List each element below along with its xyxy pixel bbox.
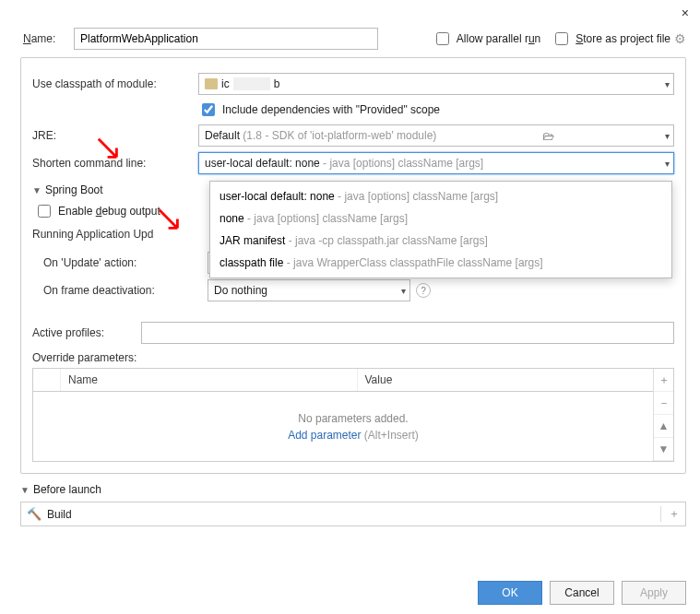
col-name[interactable]: Name — [61, 369, 358, 391]
module-icon — [205, 78, 218, 89]
collapse-icon: ▼ — [32, 185, 42, 195]
include-deps-checkbox[interactable]: Include dependencies with "Provided" sco… — [198, 100, 440, 119]
name-label: Name: — [23, 32, 74, 45]
jre-combo[interactable]: Default (1.8 - SDK of 'iot-platform-web'… — [198, 124, 674, 147]
gear-icon[interactable]: ⚙ — [674, 31, 686, 46]
hammer-icon: 🔨 — [27, 507, 42, 521]
chevron-down-icon: ▾ — [401, 286, 406, 296]
on-update-label: On 'Update' action: — [32, 256, 208, 269]
build-item: Build — [47, 508, 72, 521]
collapse-icon: ▼ — [20, 485, 30, 495]
name-input[interactable] — [74, 28, 378, 50]
browse-icon[interactable]: 🗁 — [542, 129, 554, 143]
dropdown-option[interactable]: none - java [options] className [args] — [210, 207, 671, 230]
col-value[interactable]: Value — [358, 369, 654, 391]
dropdown-option[interactable]: classpath file - java WrapperClass class… — [210, 252, 671, 274]
no-params-text: No parameters added. — [298, 412, 408, 425]
classpath-combo[interactable]: icb ▾ — [198, 73, 674, 95]
shorten-cmd-combo[interactable]: user-local default: none - java [options… — [198, 152, 674, 174]
chevron-down-icon: ▾ — [665, 131, 670, 141]
add-param-link[interactable]: Add parameter — [288, 429, 361, 442]
shorten-dropdown[interactable]: user-local default: none - java [options… — [209, 181, 672, 278]
store-project-checkbox[interactable]: Store as project file — [552, 30, 670, 48]
apply-button: Apply — [622, 581, 686, 605]
enable-debug-checkbox[interactable]: Enable debug output — [34, 202, 160, 220]
override-params-table: Name Value No parameters added. Add para… — [32, 368, 674, 462]
active-profiles-label: Active profiles: — [32, 326, 141, 339]
on-frame-label: On frame deactivation: — [32, 284, 208, 297]
allow-parallel-checkbox[interactable]: Allow parallel run — [433, 30, 540, 48]
chevron-down-icon: ▾ — [665, 159, 670, 169]
dropdown-option[interactable]: user-local default: none - java [options… — [210, 185, 671, 207]
remove-button[interactable]: － — [654, 392, 673, 415]
help-icon[interactable]: ? — [416, 283, 431, 298]
close-icon[interactable]: × — [682, 6, 689, 20]
on-frame-combo[interactable]: Do nothing▾ — [208, 279, 410, 301]
active-profiles-input[interactable] — [141, 322, 674, 344]
chevron-down-icon: ▾ — [665, 79, 670, 89]
add-button[interactable]: ＋ — [654, 369, 673, 392]
jre-label: JRE: — [32, 129, 198, 142]
allow-parallel-label: Allow parallel run — [457, 32, 540, 45]
down-button[interactable]: ▼ — [654, 438, 673, 461]
before-launch-section[interactable]: ▼ Before launch — [20, 483, 686, 496]
before-launch-list[interactable]: 🔨 Build ＋ — [20, 502, 686, 526]
add-task-button[interactable]: ＋ — [660, 506, 680, 522]
cancel-button[interactable]: Cancel — [550, 581, 614, 605]
classpath-label: Use classpath of module: — [32, 77, 198, 90]
ok-button[interactable]: OK — [478, 581, 542, 605]
dropdown-option[interactable]: JAR manifest - java -cp classpath.jar cl… — [210, 230, 671, 252]
store-project-label: Store as project file — [575, 32, 670, 45]
up-button[interactable]: ▲ — [654, 415, 673, 438]
override-params-label: Override parameters: — [32, 351, 674, 364]
shorten-label: Shorten command line: — [32, 157, 198, 170]
